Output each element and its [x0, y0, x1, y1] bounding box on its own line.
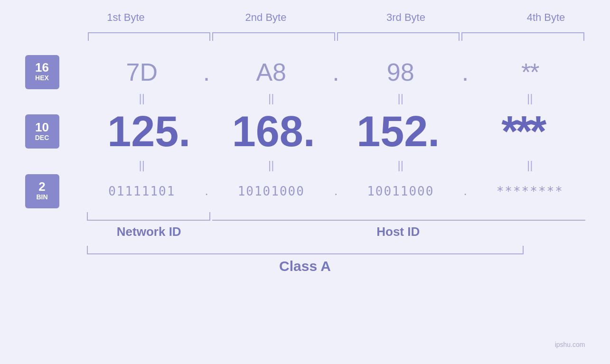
- eq1-b3: ||: [346, 92, 456, 105]
- bracket-byte2: [212, 32, 335, 41]
- top-brackets: [87, 32, 585, 41]
- host-bracket-wrapper: [212, 220, 585, 221]
- byte3-header: 3rd Byte: [336, 11, 476, 28]
- labels-row: Network ID Host ID: [87, 224, 585, 239]
- bin-b2: 10101000: [216, 184, 327, 198]
- hex-dot2: .: [327, 58, 346, 86]
- byte1-header: 1st Byte: [56, 11, 196, 28]
- dec-badge-num: 10: [35, 121, 49, 133]
- bin-dot3: .: [456, 184, 475, 198]
- dec-values: 125. 168. 152. ***: [87, 107, 585, 156]
- network-bracket: [87, 212, 210, 221]
- dec-val-b4: ***: [501, 108, 544, 155]
- hex-row: 16 HEX 7D . A8 . 98 . **: [25, 55, 585, 89]
- bin-badge-cell: 2 BIN: [25, 174, 87, 208]
- class-bracket: [87, 246, 524, 254]
- dec-badge: 10 DEC: [25, 114, 59, 149]
- dec-row: 10 DEC 125. 168. 152. ***: [25, 107, 585, 156]
- eq1-b4: ||: [475, 92, 585, 105]
- dec-badge-label: DEC: [35, 133, 49, 142]
- dec-b1: 125.: [87, 107, 212, 156]
- bracket-byte3: [337, 32, 460, 41]
- hex-badge-num: 16: [35, 61, 49, 74]
- equals-row-2: || || || ||: [87, 156, 585, 174]
- byte-headers: 1st Byte 2nd Byte 3rd Byte 4th Byte: [56, 11, 610, 28]
- hex-badge-cell: 16 HEX: [25, 55, 87, 89]
- equals-row-1: || || || ||: [87, 89, 585, 107]
- dec-badge-cell: 10 DEC: [25, 114, 87, 149]
- byte4-header: 4th Byte: [476, 11, 610, 28]
- network-bracket-wrapper: [87, 212, 211, 221]
- host-bracket: [212, 220, 585, 221]
- bin-b1: 01111101: [87, 184, 197, 198]
- dec-val-b1: 125.: [107, 108, 190, 155]
- hex-b2: A8: [216, 58, 327, 86]
- host-id-label: Host ID: [211, 224, 585, 239]
- bin-badge-label: BIN: [36, 193, 47, 201]
- hex-badge-label: HEX: [35, 74, 49, 82]
- dec-val-b2: 168.: [232, 108, 315, 155]
- dec-b4: ***: [460, 107, 585, 156]
- hex-dot3: .: [456, 58, 475, 86]
- eq2-b2: ||: [216, 159, 327, 172]
- dec-val-b3: 152.: [357, 108, 440, 155]
- bin-b4: ********: [475, 184, 585, 198]
- bin-b3: 10011000: [346, 184, 456, 198]
- eq1-b2: ||: [216, 92, 327, 105]
- bottom-brackets-row: [87, 212, 585, 221]
- hex-badge: 16 HEX: [25, 55, 59, 89]
- bracket-byte1: [88, 32, 211, 41]
- bin-row: 2 BIN 01111101 . 10101000 . 10011000 . *: [25, 174, 585, 208]
- eq1-b1: ||: [87, 92, 197, 105]
- hex-b1: 7D: [87, 58, 197, 86]
- hex-b3: 98: [346, 58, 456, 86]
- main-content: 16 HEX 7D . A8 . 98 . **: [25, 55, 585, 274]
- eq2-b4: ||: [475, 159, 585, 172]
- eq2-b1: ||: [87, 159, 197, 172]
- class-row: Class A: [87, 246, 524, 274]
- class-label: Class A: [87, 258, 524, 274]
- watermark: ipshu.com: [555, 341, 585, 348]
- eq2-b3: ||: [346, 159, 456, 172]
- main-container: 1st Byte 2nd Byte 3rd Byte 4th Byte 16 H…: [25, 11, 585, 353]
- bottom-section: Network ID Host ID Class A: [87, 212, 585, 274]
- network-id-label: Network ID: [87, 224, 212, 239]
- hex-b4: **: [475, 58, 585, 86]
- byte2-header: 2nd Byte: [196, 11, 336, 28]
- bin-dot2: .: [327, 184, 346, 198]
- bin-badge: 2 BIN: [25, 174, 59, 208]
- dec-b2: 168.: [211, 107, 336, 156]
- bin-dot1: .: [197, 184, 216, 198]
- hex-values: 7D . A8 . 98 . **: [87, 58, 585, 86]
- bin-values: 01111101 . 10101000 . 10011000 . *******…: [87, 184, 585, 198]
- bin-badge-num: 2: [38, 180, 45, 193]
- hex-dot1: .: [197, 58, 216, 86]
- bracket-byte4: [461, 32, 584, 41]
- dec-b3: 152.: [336, 107, 461, 156]
